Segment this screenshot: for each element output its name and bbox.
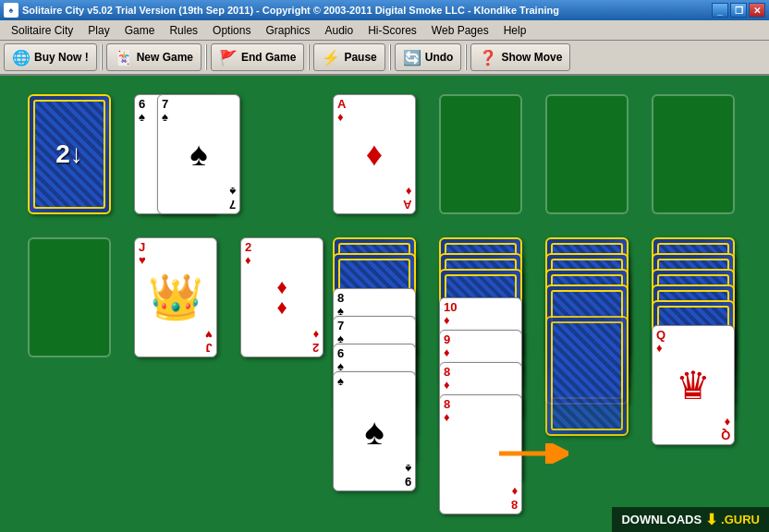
tableau-col-3-2-diamonds[interactable]: 2♦ 2♦ ♦ ♦: [240, 237, 323, 357]
guru-text: .GURU: [721, 513, 760, 526]
tableau-col-7-q-diamonds[interactable]: Q♦ Q♦ ♛: [652, 325, 735, 445]
menu-solitaire-city[interactable]: Solitaire City: [4, 20, 80, 40]
tableau-col-1[interactable]: [28, 237, 111, 357]
buy-now-label: Buy Now !: [34, 51, 89, 64]
tableau-col-2-j-hearts[interactable]: J♥ J♥ 👑: [134, 237, 217, 357]
undo-icon: 🔄: [403, 49, 421, 66]
close-button[interactable]: ✕: [749, 3, 765, 18]
tableau-col-6-face-hover[interactable]: [545, 316, 629, 436]
tableau-col-4-spades-bottom[interactable]: ♠ ♠ 9♠: [333, 371, 416, 491]
watermark: DOWNLOADS ⬇ .GURU: [612, 507, 769, 532]
download-icon: ⬇: [705, 511, 717, 528]
menu-audio[interactable]: Audio: [317, 20, 360, 40]
title-bar: ♠ Solitaire City v5.02 Trial Version (19…: [0, 0, 769, 20]
menu-game[interactable]: Game: [117, 20, 163, 40]
undo-label: Undo: [425, 51, 454, 64]
separator-5: [465, 44, 467, 70]
new-game-label: New Game: [137, 51, 193, 64]
window-controls[interactable]: _ ❐ ✕: [712, 3, 765, 18]
new-game-button[interactable]: 🃏 New Game: [106, 43, 201, 71]
minimize-button[interactable]: _: [712, 3, 728, 18]
pause-label: Pause: [344, 51, 376, 64]
show-move-label: Show Move: [501, 51, 562, 64]
cards-icon: 🃏: [115, 49, 133, 66]
menu-rules[interactable]: Rules: [162, 20, 205, 40]
pause-icon: ⚡: [322, 49, 340, 66]
hint-arrow: [494, 443, 568, 464]
app-icon: ♠: [4, 3, 18, 18]
menu-webpages[interactable]: Web Pages: [424, 20, 496, 40]
menu-graphics[interactable]: Graphics: [258, 20, 317, 40]
foundation-1[interactable]: A♦ A♦ ♦: [333, 94, 416, 214]
window-title: Solitaire City v5.02 Trial Version (19th…: [22, 5, 712, 16]
separator-1: [101, 44, 103, 70]
restore-button[interactable]: ❐: [730, 3, 747, 18]
separator-4: [389, 44, 391, 70]
watermark-text: DOWNLOADS: [621, 513, 702, 526]
menu-play[interactable]: Play: [80, 20, 116, 40]
menu-hiscores[interactable]: Hi-Scores: [360, 20, 424, 40]
waste-card-7-spades[interactable]: 7♠ 7♠ ♠: [157, 94, 240, 214]
menu-options[interactable]: Options: [205, 20, 258, 40]
question-icon: ❓: [479, 49, 497, 66]
buy-now-button[interactable]: 🌐 Buy Now !: [4, 43, 97, 71]
menu-bar: Solitaire City Play Game Rules Options G…: [0, 20, 769, 41]
pause-button[interactable]: ⚡ Pause: [313, 43, 384, 71]
toolbar: 🌐 Buy Now ! 🃏 New Game 🚩 End Game ⚡ Paus…: [0, 41, 769, 76]
end-game-label: End Game: [241, 51, 296, 64]
menu-help[interactable]: Help: [496, 20, 534, 40]
separator-3: [308, 44, 310, 70]
show-move-button[interactable]: ❓ Show Move: [470, 43, 570, 71]
stock-pile[interactable]: 2↓: [28, 94, 111, 214]
foundation-3[interactable]: [545, 94, 629, 214]
game-area[interactable]: 2↓ 6♠ 6♠ ♠ 7♠ 7♠ ♠ A♦ A♦ ♦ J♥ J♥ 👑 2♦ 2♦…: [0, 76, 769, 532]
foundation-2[interactable]: [439, 94, 522, 214]
end-game-button[interactable]: 🚩 End Game: [211, 43, 304, 71]
globe-icon: 🌐: [12, 49, 31, 66]
undo-button[interactable]: 🔄 Undo: [395, 43, 462, 71]
separator-2: [205, 44, 207, 70]
foundation-4[interactable]: [652, 94, 735, 214]
flag-icon: 🚩: [219, 49, 238, 66]
